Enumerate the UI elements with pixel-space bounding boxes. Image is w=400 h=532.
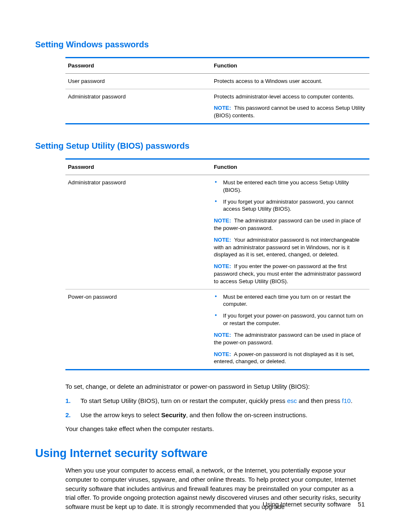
note-text: The administrator password can be used i… (214, 217, 361, 231)
table-row: Power-on password Must be entered each t… (65, 289, 369, 370)
th-function: Function (211, 159, 369, 175)
cell-password-name: Administrator password (65, 89, 211, 124)
step-text: Use the arrow keys to select (81, 411, 161, 418)
cell-password-name: Administrator password (65, 175, 211, 289)
note: NOTE: A power-on password is not display… (214, 351, 367, 366)
heading-internet-security: Using Internet security software (35, 447, 365, 460)
cell-password-func: Protects administrator-level access to c… (211, 89, 369, 124)
heading-bios-passwords: Setting Setup Utility (BIOS) passwords (35, 141, 365, 151)
th-password: Password (65, 58, 211, 74)
func-text: Protects administrator-level access to c… (214, 93, 367, 101)
page-number: 51 (358, 501, 365, 508)
bullet-item: Must be entered each time you turn on or… (214, 293, 367, 308)
note-label: NOTE: (214, 351, 231, 357)
key-f10: f10 (342, 397, 351, 404)
cell-password-func: Must be entered each time you turn on or… (211, 289, 369, 370)
step-text: , and then follow the on-screen instruct… (186, 411, 307, 418)
bullet-item: Must be entered each time you access Set… (214, 179, 367, 194)
cell-password-func: Must be entered each time you access Set… (211, 175, 369, 289)
th-password: Password (65, 159, 211, 175)
step-text: To start Setup Utility (BIOS), turn on o… (81, 397, 287, 404)
instructions-intro: To set, change, or delete an administrat… (65, 382, 365, 391)
note-text: If you enter the power-on password at th… (214, 263, 361, 284)
note-label: NOTE: (214, 263, 231, 269)
table-windows-passwords: Password Function User password Protects… (65, 57, 369, 124)
cell-password-name: Power-on password (65, 289, 211, 370)
heading-windows-passwords: Setting Windows passwords (35, 40, 365, 49)
instructions-outro: Your changes take effect when the comput… (65, 424, 365, 434)
bullet-item: If you forget your administrator passwor… (214, 198, 367, 213)
note-label: NOTE: (214, 105, 231, 111)
bullet-item: If you forget your power-on password, yo… (214, 312, 367, 327)
note: NOTE: The administrator password can be … (214, 331, 367, 346)
note-text: This password cannot be used to access S… (214, 105, 365, 119)
page-footer: Using Internet security software 51 (263, 501, 365, 508)
key-esc: esc (287, 397, 297, 404)
note-label: NOTE: (214, 332, 231, 338)
note-text: A power-on password is not displayed as … (214, 351, 354, 365)
note: NOTE: Your administrator password is not… (214, 236, 367, 258)
bold-security: Security (161, 411, 186, 418)
table-row: Administrator password Protects administ… (65, 89, 369, 124)
step-item: Use the arrow keys to select Security, a… (65, 411, 365, 420)
step-item: To start Setup Utility (BIOS), turn on o… (65, 396, 365, 405)
table-row: Administrator password Must be entered e… (65, 175, 369, 289)
cell-password-name: User password (65, 73, 211, 89)
note: NOTE: If you enter the power-on password… (214, 263, 367, 285)
note-label: NOTE: (214, 217, 231, 224)
note-text: Your administrator password is not inter… (214, 237, 359, 258)
step-text: and then press (297, 397, 342, 404)
table-row: User password Protects access to a Windo… (65, 73, 369, 89)
steps-list: To start Setup Utility (BIOS), turn on o… (65, 396, 365, 420)
table-bios-passwords: Password Function Administrator password… (65, 158, 369, 370)
note-label: NOTE: (214, 237, 231, 243)
cell-password-func: Protects access to a Windows user accoun… (211, 73, 369, 89)
th-function: Function (211, 58, 369, 74)
note: NOTE: The administrator password can be … (214, 217, 367, 232)
footer-title: Using Internet security software (263, 501, 351, 508)
note-text: The administrator password can be used i… (214, 332, 361, 346)
note: NOTE: This password cannot be used to ac… (214, 104, 367, 119)
step-text: . (351, 397, 352, 404)
